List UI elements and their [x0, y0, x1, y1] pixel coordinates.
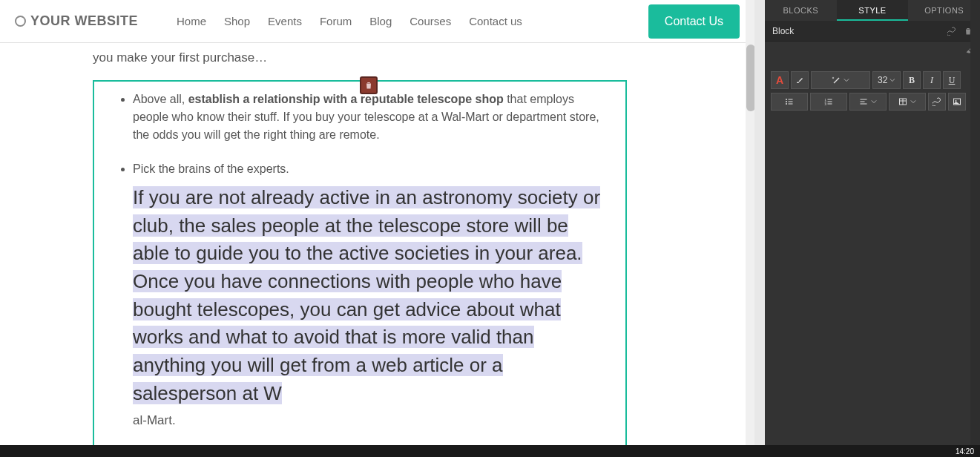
svg-rect-13	[861, 102, 865, 102]
font-color-button[interactable]: A	[771, 71, 789, 89]
table-icon	[898, 97, 907, 106]
scrollbar-thumb[interactable]	[746, 45, 754, 111]
svg-rect-12	[861, 99, 867, 100]
bullet-item-2[interactable]: Pick the brains of the experts. If you a…	[133, 160, 605, 430]
image-icon	[953, 97, 961, 106]
bold-button[interactable]: B	[903, 71, 921, 89]
intro-paragraph: you make your first purchase…	[93, 50, 740, 65]
list-ul-icon	[785, 97, 794, 106]
insert-link-button[interactable]	[928, 93, 946, 111]
magic-button[interactable]	[811, 71, 870, 89]
brush-icon	[795, 76, 804, 85]
panel-tabs: BLOCKS STYLE OPTIONS	[765, 0, 980, 21]
text-block[interactable]: Above all, establish a relationship with…	[93, 80, 627, 445]
tab-style[interactable]: STYLE	[837, 0, 909, 21]
insert-image-button[interactable]	[948, 93, 966, 111]
chevron-down-icon	[871, 99, 877, 105]
site-logo[interactable]: YOUR WEBSITE	[15, 13, 138, 29]
delete-block-button[interactable]	[360, 76, 378, 94]
clock: 14:20	[956, 447, 974, 456]
bullet-lead: Pick the brains of the experts.	[133, 162, 289, 175]
align-icon	[859, 97, 868, 106]
chevron-down-icon	[910, 99, 916, 105]
svg-rect-11	[828, 104, 832, 105]
unordered-list-button[interactable]	[771, 93, 808, 111]
chevron-down-icon	[843, 77, 849, 83]
canvas-scrollbar[interactable]	[746, 0, 754, 445]
list-ol-icon: 123	[824, 97, 833, 106]
svg-point-4	[786, 103, 787, 105]
link-icon	[933, 97, 941, 106]
nav-shop[interactable]: Shop	[224, 15, 250, 27]
tab-blocks[interactable]: BLOCKS	[765, 0, 837, 21]
underline-button[interactable]: U	[943, 71, 961, 89]
text-toolbar: A 32 B I U 123	[765, 62, 980, 123]
nav-courses[interactable]: Courses	[410, 15, 451, 27]
sidebar-scrollbar[interactable]	[970, 0, 980, 445]
svg-rect-5	[789, 104, 793, 105]
svg-point-2	[786, 101, 787, 102]
nav-blog[interactable]: Blog	[369, 15, 392, 27]
selected-text[interactable]: If you are not already active in an astr…	[133, 184, 605, 408]
svg-point-19	[956, 100, 957, 102]
svg-rect-14	[861, 104, 867, 105]
svg-rect-9	[828, 102, 832, 102]
italic-button[interactable]: I	[923, 71, 941, 89]
nav-contact[interactable]: Contact us	[469, 15, 522, 27]
block-label: Block	[772, 21, 794, 42]
page-content: you make your first purchase… Above all,…	[0, 43, 740, 445]
style-panel: BLOCKS STYLE OPTIONS Block A 32 B I U 12…	[765, 0, 980, 445]
font-size-input[interactable]: 32	[872, 71, 901, 89]
site-header: YOUR WEBSITE Home Shop Events Forum Blog…	[0, 0, 754, 43]
link-icon[interactable]	[947, 27, 956, 36]
svg-rect-3	[789, 102, 793, 102]
svg-rect-1	[789, 99, 793, 100]
trash-icon	[364, 80, 373, 91]
taskbar[interactable]: 14:20	[0, 445, 980, 457]
nav-events[interactable]: Events	[268, 15, 302, 27]
chevron-down-icon	[889, 77, 895, 83]
contact-us-button[interactable]: Contact Us	[648, 4, 740, 39]
ordered-list-button[interactable]: 123	[810, 93, 847, 111]
nav-home[interactable]: Home	[177, 15, 206, 27]
tab-options[interactable]: OPTIONS	[908, 0, 980, 21]
logo-text: YOUR WEBSITE	[30, 13, 138, 29]
svg-text:3: 3	[825, 102, 827, 106]
editor-canvas: YOUR WEBSITE Home Shop Events Forum Blog…	[0, 0, 754, 445]
table-button[interactable]	[889, 93, 926, 111]
selected-block-wrapper: Above all, establish a relationship with…	[93, 80, 740, 445]
block-section-header: Block	[765, 21, 980, 42]
brush-button[interactable]	[791, 71, 809, 89]
nav-forum[interactable]: Forum	[320, 15, 352, 27]
svg-rect-7	[828, 99, 832, 100]
main-nav: Home Shop Events Forum Blog Courses Cont…	[177, 15, 522, 27]
globe-icon	[15, 16, 26, 27]
align-button[interactable]	[849, 93, 887, 111]
bullet-item-1[interactable]: Above all, establish a relationship with…	[133, 91, 605, 144]
wand-icon	[832, 76, 841, 85]
trailing-text: al-Mart.	[133, 411, 605, 430]
svg-point-0	[786, 99, 787, 100]
